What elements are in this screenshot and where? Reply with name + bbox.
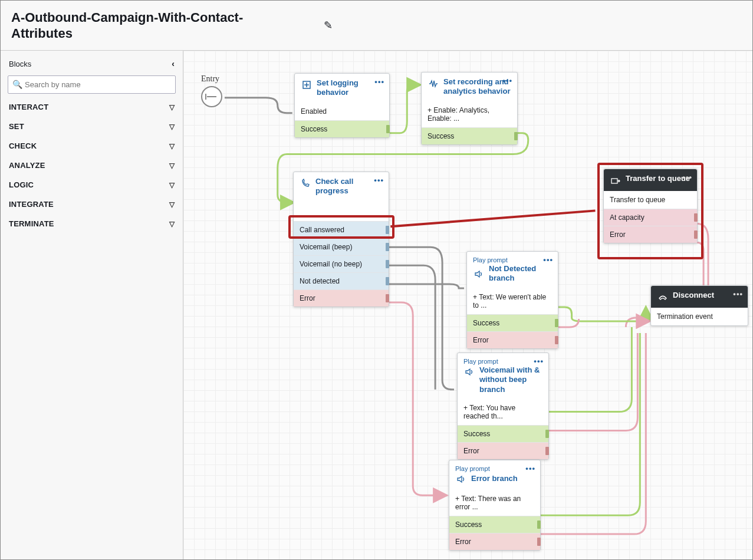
speaker-icon bbox=[473, 268, 485, 280]
outcome-error[interactable]: Error bbox=[467, 331, 558, 348]
node-body: + Text: You have reached th... bbox=[458, 399, 548, 425]
search-wrapper: 🔍 bbox=[8, 75, 176, 94]
sidebar: Blocks ‹ 🔍 INTERACT▽ SET▽ CHECK▽ ANALYZE… bbox=[1, 51, 183, 559]
queue-transfer-icon bbox=[610, 174, 622, 186]
node-menu-icon[interactable]: ••• bbox=[502, 76, 512, 85]
outcome-at-capacity[interactable]: At capacity bbox=[604, 209, 697, 226]
node-menu-icon[interactable]: ••• bbox=[374, 176, 384, 185]
edit-title-icon[interactable]: ✎ bbox=[324, 19, 333, 32]
node-menu-icon[interactable]: ••• bbox=[682, 173, 692, 182]
node-body: Termination event bbox=[651, 308, 748, 325]
node-body: Transfer to queue bbox=[604, 191, 697, 209]
settings-icon bbox=[301, 79, 313, 91]
category-logic[interactable]: LOGIC▽ bbox=[1, 175, 183, 195]
category-interact[interactable]: INTERACT▽ bbox=[1, 97, 183, 117]
disconnect-icon bbox=[657, 291, 669, 303]
node-transfer-to-queue[interactable]: Transfer to queue ••• Transfer to queue … bbox=[603, 169, 698, 243]
node-play-prompt-not-detected[interactable]: Play prompt Not Detected branch ••• + Te… bbox=[466, 251, 558, 349]
search-icon: 🔍 bbox=[12, 80, 22, 89]
collapse-sidebar-icon[interactable]: ‹ bbox=[172, 59, 175, 68]
phone-check-icon bbox=[300, 177, 311, 189]
node-title: Disconnect bbox=[673, 291, 714, 300]
chevron-down-icon: ▽ bbox=[169, 162, 175, 170]
node-body: + Enable: Analytics, Enable: ... bbox=[422, 101, 517, 127]
node-menu-icon[interactable]: ••• bbox=[374, 77, 384, 86]
sidebar-title: Blocks bbox=[9, 60, 31, 68]
node-set-logging[interactable]: Set logging behavior ••• Enabled Success bbox=[294, 73, 390, 138]
category-analyze[interactable]: ANALYZE▽ bbox=[1, 156, 183, 175]
node-menu-icon[interactable]: ••• bbox=[525, 464, 535, 473]
node-eyebrow: Play prompt bbox=[463, 358, 498, 365]
category-set[interactable]: SET▽ bbox=[1, 117, 183, 136]
chevron-down-icon: ▽ bbox=[169, 103, 175, 111]
outcome-success[interactable]: Success bbox=[295, 120, 389, 137]
chevron-down-icon: ▽ bbox=[169, 142, 175, 150]
chevron-down-icon: ▽ bbox=[169, 220, 175, 228]
speaker-icon bbox=[455, 473, 467, 485]
node-menu-icon[interactable]: ••• bbox=[543, 255, 553, 264]
node-title: Voicemail with & without beep branch bbox=[479, 365, 542, 394]
header: A-Outbound-Campaign-With-Contact-Attribu… bbox=[1, 1, 752, 51]
outcome-error[interactable]: Error bbox=[294, 289, 389, 307]
node-play-prompt-voicemail[interactable]: Play prompt Voicemail with & without bee… bbox=[457, 353, 549, 460]
entry-label: Entry bbox=[201, 74, 222, 86]
chevron-down-icon: ▽ bbox=[169, 123, 175, 131]
chevron-down-icon: ▽ bbox=[169, 181, 175, 189]
node-eyebrow: Play prompt bbox=[455, 465, 490, 472]
node-body: + Text: There was an error ... bbox=[449, 490, 540, 516]
outcome-voicemail-beep[interactable]: Voicemail (beep) bbox=[294, 238, 389, 255]
outcome-not-detected[interactable]: Not detected bbox=[294, 272, 389, 289]
outcome-error[interactable]: Error bbox=[604, 226, 697, 243]
outcome-success[interactable]: Success bbox=[467, 314, 558, 331]
node-disconnect[interactable]: Disconnect ••• Termination event bbox=[650, 285, 748, 326]
outcome-voicemail-nobeep[interactable]: Voicemail (no beep) bbox=[294, 255, 389, 272]
category-terminate[interactable]: TERMINATE▽ bbox=[1, 214, 183, 233]
app-frame: A-Outbound-Campaign-With-Contact-Attribu… bbox=[0, 0, 753, 560]
entry-node[interactable]: Entry bbox=[201, 74, 222, 107]
node-title: Error branch bbox=[471, 474, 518, 483]
node-body: Enabled bbox=[295, 103, 389, 120]
node-menu-icon[interactable]: ••• bbox=[733, 289, 743, 298]
flow-title: A-Outbound-Campaign-With-Contact-Attribu… bbox=[11, 9, 294, 42]
outcome-call-answered[interactable]: Call answered bbox=[294, 221, 389, 238]
outcome-success[interactable]: Success bbox=[449, 516, 540, 533]
node-title: Check call progress bbox=[315, 177, 383, 196]
node-title: Transfer to queue bbox=[626, 174, 690, 183]
category-check[interactable]: CHECK▽ bbox=[1, 136, 183, 156]
node-menu-icon[interactable]: ••• bbox=[534, 357, 544, 365]
node-eyebrow: Play prompt bbox=[473, 256, 508, 263]
outcome-error[interactable]: Error bbox=[449, 533, 540, 550]
node-title: Set recording and analytics behavior bbox=[443, 77, 511, 97]
main: Blocks ‹ 🔍 INTERACT▽ SET▽ CHECK▽ ANALYZE… bbox=[1, 51, 752, 559]
flow-canvas[interactable]: Entry Set logging behavior ••• Enabled S… bbox=[183, 51, 752, 559]
category-integrate[interactable]: INTEGRATE▽ bbox=[1, 195, 183, 214]
search-input[interactable] bbox=[8, 75, 176, 94]
node-title: Set logging behavior bbox=[317, 78, 383, 98]
outcome-success[interactable]: Success bbox=[422, 127, 517, 144]
node-title: Not Detected branch bbox=[489, 264, 552, 284]
svg-rect-1 bbox=[611, 179, 617, 183]
node-check-call-progress[interactable]: Check call progress ••• Call answered Vo… bbox=[293, 172, 389, 307]
analytics-waveform-icon bbox=[428, 78, 439, 90]
node-play-prompt-error[interactable]: Play prompt Error branch ••• + Text: The… bbox=[449, 460, 541, 551]
sidebar-header: Blocks ‹ bbox=[1, 55, 183, 72]
outcome-error[interactable]: Error bbox=[458, 442, 548, 459]
node-body: + Text: We weren't able to ... bbox=[467, 288, 558, 314]
outcome-success[interactable]: Success bbox=[458, 425, 548, 442]
node-set-recording[interactable]: Set recording and analytics behavior •••… bbox=[421, 72, 518, 145]
chevron-down-icon: ▽ bbox=[169, 200, 175, 209]
node-body bbox=[294, 201, 389, 221]
entry-port-icon bbox=[201, 86, 222, 107]
speaker-icon bbox=[463, 366, 475, 378]
